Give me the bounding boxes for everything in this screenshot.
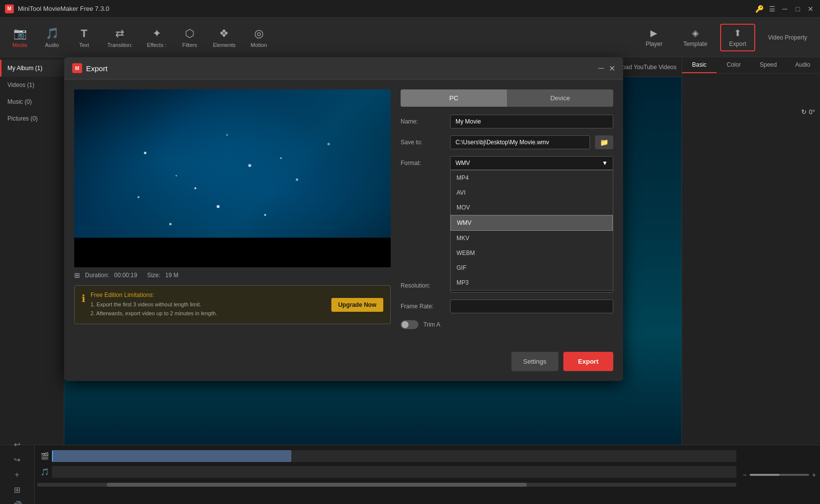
app-title: MiniTool MovieMaker Free 7.3.0 bbox=[18, 5, 109, 12]
sidebar-item-my-album[interactable]: My Album (1) bbox=[0, 60, 64, 77]
toggle-knob bbox=[402, 321, 409, 328]
player-btn[interactable]: ▶ Player bbox=[638, 25, 670, 50]
dialog-header-controls: ─ ✕ bbox=[598, 64, 615, 73]
warning-text: Free Edition Limitations: 1. Export the … bbox=[91, 292, 326, 318]
tab-pc[interactable]: PC bbox=[401, 89, 507, 107]
size-label: Size: bbox=[147, 272, 160, 279]
toolbar-text[interactable]: T Text bbox=[69, 23, 99, 52]
player-icon: ▶ bbox=[650, 28, 657, 39]
elements-icon: ❖ bbox=[219, 27, 229, 40]
sidebar-item-videos[interactable]: Videos (1) bbox=[0, 77, 64, 93]
format-select-btn[interactable]: WMV ▼ bbox=[450, 156, 613, 170]
dialog-close-btn[interactable]: ✕ bbox=[609, 64, 615, 73]
toolbar-filters[interactable]: ⬡ Filters bbox=[175, 23, 205, 52]
redo-btn[interactable]: ↪ bbox=[14, 455, 20, 464]
player-label: Player bbox=[645, 41, 662, 47]
format-option-webm[interactable]: WEBM bbox=[451, 246, 613, 260]
key-icon[interactable]: 🔑 bbox=[755, 4, 764, 13]
maximize-btn[interactable]: □ bbox=[793, 4, 802, 13]
platform-tabs: PC Device bbox=[401, 89, 613, 107]
warning-title: Free Edition Limitations: bbox=[91, 292, 326, 298]
sound-btn[interactable]: 🔊 bbox=[12, 501, 22, 504]
format-label: Format: bbox=[401, 156, 445, 167]
video-property-btn[interactable]: Video Property bbox=[760, 31, 815, 44]
format-option-mkv[interactable]: MKV bbox=[451, 231, 613, 246]
tab-speed[interactable]: Speed bbox=[751, 57, 786, 73]
close-btn[interactable]: ✕ bbox=[806, 4, 815, 13]
dialog-body: ⊞ Duration: 00:00:19 Size: 19 M ℹ Free E… bbox=[64, 80, 623, 346]
scrollbar-thumb[interactable] bbox=[107, 483, 526, 487]
menu-icon[interactable]: ☰ bbox=[768, 4, 776, 13]
trim-toggle[interactable] bbox=[401, 320, 418, 329]
dialog-minimize-btn[interactable]: ─ bbox=[598, 64, 604, 73]
audio-track bbox=[52, 466, 736, 478]
browse-folder-btn[interactable]: 📁 bbox=[595, 135, 613, 149]
scrubber[interactable] bbox=[52, 450, 53, 462]
export-toolbar-btn[interactable]: ⬆ Export bbox=[720, 24, 755, 51]
name-input[interactable] bbox=[450, 115, 613, 128]
undo-btn[interactable]: ↩ bbox=[14, 440, 20, 449]
dialog-logo: M bbox=[72, 63, 82, 73]
settings-btn[interactable]: Settings bbox=[511, 352, 558, 371]
format-option-mp3[interactable]: MP3 bbox=[451, 275, 613, 290]
timeline-area: ↩ ↪ + ⊞ 🔊 🎬 🎵 − + bbox=[0, 445, 820, 504]
toolbar-media[interactable]: 📷 Media bbox=[5, 23, 35, 52]
minimize-btn[interactable]: ─ bbox=[780, 4, 789, 13]
text-icon: T bbox=[81, 27, 87, 40]
upgrade-btn[interactable]: Upgrade Now bbox=[331, 298, 383, 312]
audio-label: Audio bbox=[45, 42, 59, 48]
text-label: Text bbox=[79, 42, 89, 48]
sidebar-item-music[interactable]: Music (0) bbox=[0, 93, 64, 110]
transition-label: Transition: bbox=[107, 42, 133, 48]
export-toolbar-label: Export bbox=[729, 41, 746, 47]
format-option-wmv[interactable]: WMV bbox=[451, 215, 613, 231]
media-icon: 📷 bbox=[13, 27, 27, 40]
zoom-in-icon[interactable]: + bbox=[812, 471, 816, 479]
add-media-btn[interactable]: + bbox=[15, 470, 19, 479]
save-to-field-row: Save to: 📁 bbox=[401, 135, 613, 149]
black-bar-bottom bbox=[74, 238, 391, 267]
toolbar-motion[interactable]: ◎ Motion bbox=[244, 23, 273, 52]
template-label: Template bbox=[683, 41, 707, 47]
warning-item-2: 2. Afterwards, export video up to 2 minu… bbox=[91, 309, 326, 318]
tab-device[interactable]: Device bbox=[507, 89, 613, 107]
format-option-mov[interactable]: MOV bbox=[451, 200, 613, 215]
audio-icon: 🎵 bbox=[46, 27, 59, 40]
timeline-row-1: 🎬 bbox=[37, 449, 736, 463]
sidebar-item-pictures[interactable]: Pictures (0) bbox=[0, 110, 64, 127]
toolbar-transition[interactable]: ⇄ Transition: bbox=[101, 23, 138, 52]
export-action-btn[interactable]: Export bbox=[563, 352, 613, 371]
timeline-row-2: 🎵 bbox=[37, 465, 736, 479]
frame-rate-input[interactable] bbox=[450, 299, 613, 313]
video-track-icon: 🎬 bbox=[37, 452, 52, 460]
zoom-slider[interactable] bbox=[750, 474, 809, 476]
size-value: 19 M bbox=[165, 272, 179, 279]
filters-label: Filters bbox=[182, 42, 197, 48]
toolbar-effects[interactable]: ✦ Effects : bbox=[141, 23, 173, 52]
toolbar-audio[interactable]: 🎵 Audio bbox=[37, 23, 67, 52]
timeline-track-area: 🎬 🎵 bbox=[35, 445, 739, 504]
frame-rate-field-row: Frame Rate: bbox=[401, 299, 613, 313]
export-dialog: M Export ─ ✕ bbox=[64, 57, 623, 381]
chevron-down-icon: ▼ bbox=[602, 160, 608, 167]
template-btn[interactable]: ◈ Template bbox=[675, 25, 715, 50]
tab-audio[interactable]: Audio bbox=[785, 57, 820, 73]
resolution-label: Resolution: bbox=[401, 282, 445, 289]
toolbar-elements[interactable]: ❖ Elements bbox=[207, 23, 242, 52]
tab-basic[interactable]: Basic bbox=[682, 57, 717, 73]
format-option-avi[interactable]: AVI bbox=[451, 185, 613, 200]
zoom-out-icon[interactable]: − bbox=[743, 471, 747, 479]
media-label: Media bbox=[12, 42, 27, 48]
title-bar: M MiniTool MovieMaker Free 7.3.0 🔑 ☰ ─ □… bbox=[0, 0, 820, 18]
timeline-scrollbar[interactable] bbox=[37, 483, 736, 487]
tab-color[interactable]: Color bbox=[717, 57, 751, 73]
video-info: ⊞ Duration: 00:00:19 Size: 19 M bbox=[74, 271, 391, 279]
format-selected-value: WMV bbox=[456, 160, 470, 167]
transition-icon: ⇄ bbox=[115, 27, 124, 40]
video-clip[interactable] bbox=[52, 450, 291, 462]
save-to-input[interactable] bbox=[450, 135, 590, 149]
add-clip-btn[interactable]: ⊞ bbox=[14, 485, 20, 495]
format-option-gif[interactable]: GIF bbox=[451, 260, 613, 275]
format-option-mp4[interactable]: MP4 bbox=[451, 170, 613, 185]
export-icon: ⬆ bbox=[734, 28, 741, 39]
